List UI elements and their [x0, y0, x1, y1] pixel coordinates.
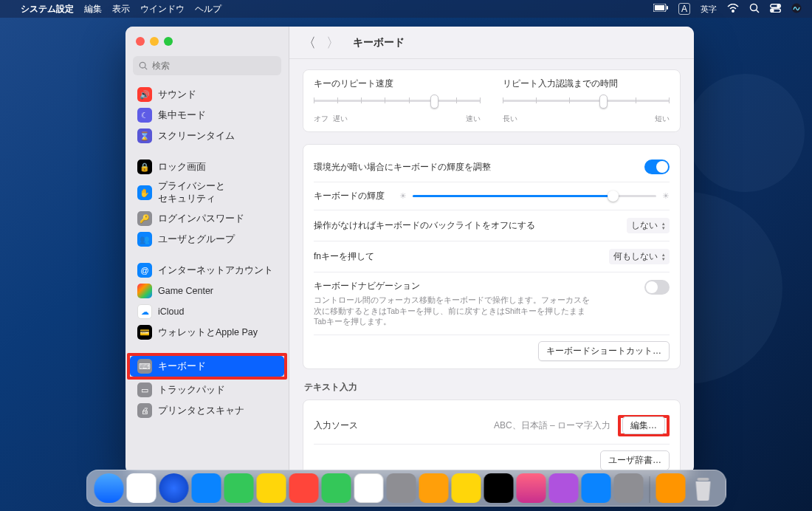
key-icon: 🔑	[137, 211, 152, 226]
wifi-icon[interactable]	[727, 4, 739, 15]
cap-short: 短い	[655, 114, 670, 124]
settings-window: 🔊 サウンド ☾ 集中モード ⌛ スクリーンタイム 🔒 ロック画面 ✋ プライバ…	[125, 27, 694, 473]
menu-help[interactable]: ヘルプ	[195, 3, 221, 16]
gamecenter-icon	[137, 284, 152, 298]
app-menu[interactable]: システム設定	[21, 3, 74, 16]
slider-repeat-delay: リピート入力認識までの時間 長い 短い	[503, 78, 670, 124]
section-text-input: テキスト入力	[304, 381, 681, 394]
dock-finder[interactable]	[94, 473, 124, 503]
page-title: キーボード	[353, 36, 405, 49]
toggle-lowlight[interactable]	[644, 160, 670, 174]
cap-slow: 遅い	[333, 114, 348, 123]
battery-icon[interactable]	[653, 4, 668, 14]
svg-line-5	[757, 10, 760, 13]
sidebar-search[interactable]	[133, 56, 281, 75]
keyboard-icon: ⌨	[137, 359, 152, 374]
row-adjust-lowlight: 環境光が暗い場合にキーボードの輝度を調整	[314, 161, 491, 174]
dock-pages[interactable]	[656, 473, 686, 503]
ime-label[interactable]: 英字	[701, 4, 717, 15]
popup-fn-key[interactable]: 何もしない ▴▾	[609, 249, 670, 264]
slider-brightness[interactable]: ☀︎ ☀	[399, 191, 670, 201]
popup-backlight-off[interactable]: しない ▴▾	[627, 218, 670, 233]
sidebar-item-label: ログインパスワード	[158, 213, 244, 225]
input-sources-value: ABC、日本語 – ローマ字入力	[494, 419, 610, 432]
sidebar-item-focus[interactable]: ☾ 集中モード	[130, 105, 284, 126]
sidebar-item-icloud[interactable]: ☁ iCloud	[130, 301, 284, 322]
dock-calendar[interactable]	[354, 473, 384, 503]
wallet-icon: 💳	[137, 325, 152, 340]
sidebar-item-internet[interactable]: @ インターネットアカウント	[130, 260, 284, 281]
dock	[86, 470, 726, 507]
row-brightness: キーボードの輝度	[314, 190, 385, 202]
dock-tv[interactable]	[484, 473, 514, 503]
minimize-window[interactable]	[150, 37, 159, 46]
button-user-dictionary[interactable]: ユーザ辞書…	[600, 450, 670, 470]
control-center-icon[interactable]	[770, 4, 781, 15]
sidebar-item-loginpw[interactable]: 🔑 ログインパスワード	[130, 208, 284, 229]
sound-icon: 🔊	[137, 87, 152, 102]
help-text: コントロール間のフォーカス移動をキーボードで操作します。フォーカスを次に移動する…	[314, 295, 594, 327]
dock-maps[interactable]	[257, 473, 286, 503]
dock-reminders[interactable]	[419, 473, 449, 503]
sun-dim-icon: ☀︎	[399, 191, 407, 201]
at-icon: @	[137, 263, 152, 278]
dock-notes[interactable]	[452, 473, 481, 503]
nav-forward[interactable]: 〉	[326, 34, 340, 52]
sidebar-item-printers[interactable]: 🖨 プリンタとスキャナ	[130, 400, 284, 421]
highlight-edit-button: 編集…	[618, 415, 670, 436]
menu-edit[interactable]: 編集	[84, 3, 102, 16]
button-edit-input-sources[interactable]: 編集…	[622, 416, 665, 434]
menu-view[interactable]: 表示	[112, 3, 130, 16]
menubar: システム設定 編集 表示 ウインドウ ヘルプ A 英字	[0, 0, 812, 18]
close-window[interactable]	[136, 37, 145, 46]
sidebar-item-gamecenter[interactable]: Game Center	[130, 281, 284, 301]
search-input[interactable]	[152, 61, 275, 71]
card-repeat: キーのリピート速度 オフ 遅い 速い リピート入力認識までの時間	[303, 69, 681, 132]
sidebar-item-privacy[interactable]: ✋ プライバシーと セキュリティ	[130, 177, 284, 208]
ime-badge[interactable]: A	[678, 3, 690, 15]
slider-track-repeat[interactable]	[314, 97, 481, 111]
sidebar-item-lockscreen[interactable]: 🔒 ロック画面	[130, 157, 284, 177]
dock-music[interactable]	[517, 473, 546, 503]
sidebar-item-wallet[interactable]: 💳 ウォレットとApple Pay	[130, 322, 284, 343]
cloud-icon: ☁	[137, 304, 152, 319]
menu-window[interactable]: ウインドウ	[140, 3, 185, 16]
sidebar-item-label: インターネットアカウント	[158, 264, 273, 277]
dock-safari[interactable]	[159, 473, 189, 503]
sidebar-item-label: ウォレットとApple Pay	[158, 326, 258, 339]
dock-photos[interactable]	[289, 473, 319, 503]
printer-icon: 🖨	[137, 403, 152, 418]
moon-icon: ☾	[137, 108, 152, 123]
main-body: キーのリピート速度 オフ 遅い 速い リピート入力認識までの時間	[289, 59, 694, 473]
button-keyboard-shortcuts[interactable]: キーボードショートカット…	[538, 341, 670, 361]
row-input-sources: 入力ソース	[314, 419, 358, 432]
dock-podcasts[interactable]	[549, 473, 579, 503]
sidebar-list: 🔊 サウンド ☾ 集中モード ⌛ スクリーンタイム 🔒 ロック画面 ✋ プライバ…	[125, 83, 289, 422]
toggle-keyboard-nav[interactable]	[644, 280, 670, 295]
slider-track-delay[interactable]	[503, 97, 670, 111]
sidebar-item-label: トラックパッド	[158, 384, 225, 397]
sidebar-item-keyboard[interactable]: ⌨ キーボード	[130, 356, 284, 377]
sidebar-item-users[interactable]: 👥 ユーザとグループ	[130, 229, 284, 250]
svg-point-3	[732, 10, 734, 11]
dock-contacts[interactable]	[387, 473, 416, 503]
card-text-input: 入力ソース ABC、日本語 – ローマ字入力 編集… ユーザ辞書…	[303, 399, 681, 473]
dock-mail[interactable]	[192, 473, 221, 503]
siri-icon[interactable]	[791, 3, 802, 16]
dock-launchpad[interactable]	[127, 473, 156, 503]
sidebar-item-sound[interactable]: 🔊 サウンド	[130, 84, 284, 105]
dock-trash[interactable]	[689, 473, 718, 503]
sidebar-item-screentime[interactable]: ⌛ スクリーンタイム	[130, 126, 284, 146]
nav-back[interactable]: 〈	[303, 34, 316, 52]
trackpad-icon: ▭	[137, 383, 152, 397]
dock-appstore[interactable]	[582, 473, 611, 503]
dock-facetime[interactable]	[322, 473, 351, 503]
row-fn-key: fnキーを押して	[314, 250, 374, 263]
sidebar-item-trackpad[interactable]: ▭ トラックパッド	[130, 380, 284, 400]
dock-settings[interactable]	[614, 473, 644, 503]
dock-messages[interactable]	[224, 473, 254, 503]
spotlight-icon[interactable]	[749, 3, 760, 16]
zoom-window[interactable]	[164, 37, 173, 46]
users-icon: 👥	[137, 232, 152, 247]
dock-separator	[650, 476, 650, 503]
